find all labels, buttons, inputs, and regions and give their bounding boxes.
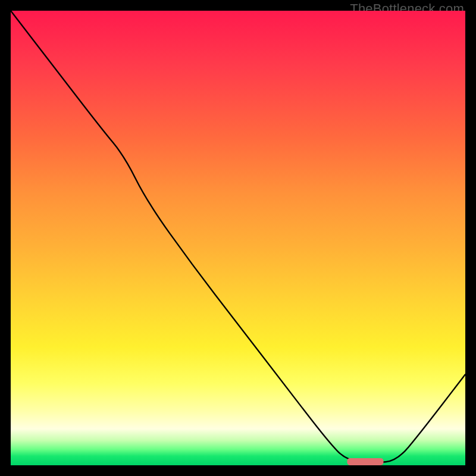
minimum-marker (347, 458, 383, 465)
curve-path (11, 11, 465, 462)
chart-frame: TheBottleneck.com (0, 0, 476, 476)
plot-area (11, 11, 465, 465)
bottleneck-curve (11, 11, 465, 465)
